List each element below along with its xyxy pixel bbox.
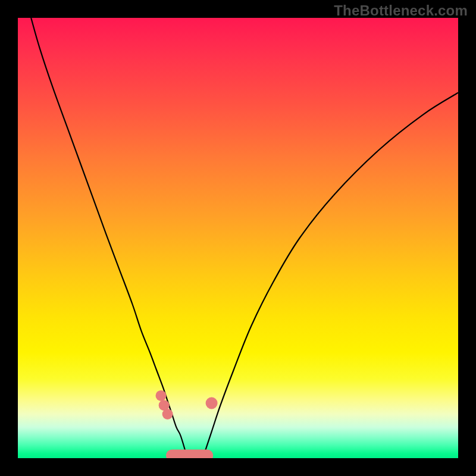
curves-layer: [18, 18, 458, 458]
plot-area: [18, 18, 458, 458]
marker-dot-left-0: [156, 390, 167, 401]
watermark-text: TheBottleneck.com: [334, 2, 468, 19]
marker-dot-left-2: [162, 409, 173, 419]
curve-right-branch: [203, 93, 458, 458]
marker-group: [156, 390, 218, 458]
marker-floor-capsule: [166, 450, 213, 458]
marker-dot-right: [206, 397, 218, 409]
chart-frame: TheBottleneck.com: [0, 0, 476, 476]
